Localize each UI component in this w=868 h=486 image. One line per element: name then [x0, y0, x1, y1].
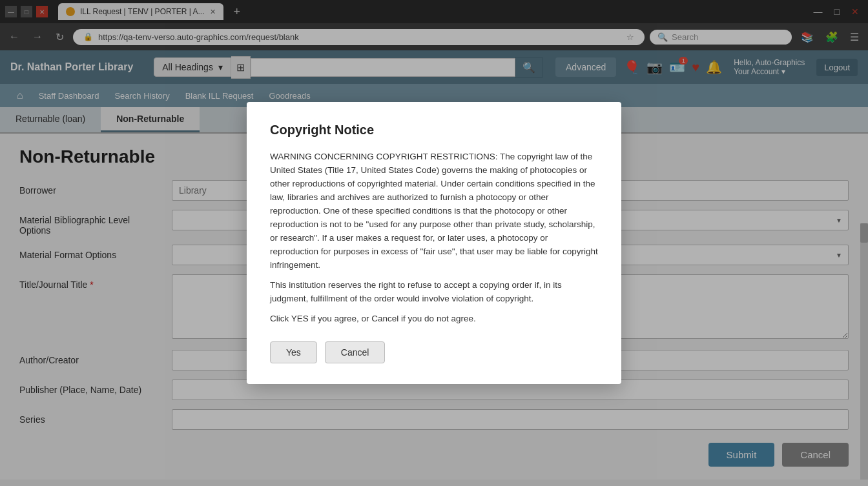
modal-footer: Yes Cancel: [270, 341, 598, 363]
modal-box: Copyright Notice WARNING CONCERNING COPY…: [247, 102, 621, 383]
modal-body: WARNING CONCERNING COPYRIGHT RESTRICTION…: [270, 150, 598, 325]
modal-paragraph-1: WARNING CONCERNING COPYRIGHT RESTRICTION…: [270, 150, 598, 272]
modal-cancel-button[interactable]: Cancel: [325, 341, 386, 363]
modal-yes-button[interactable]: Yes: [270, 341, 317, 363]
modal-paragraph-3: Click YES if you agree, or Cancel if you…: [270, 312, 598, 326]
modal-overlay: Copyright Notice WARNING CONCERNING COPY…: [0, 0, 868, 480]
modal-title: Copyright Notice: [270, 123, 598, 137]
modal-paragraph-2: This institution reserves the right to r…: [270, 279, 598, 306]
